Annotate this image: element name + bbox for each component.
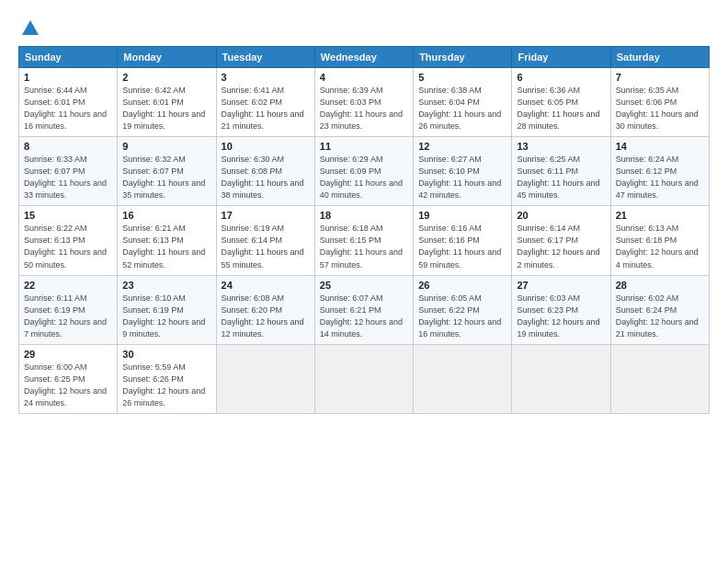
day-detail: Sunrise: 6:44 AMSunset: 6:01 PMDaylight:… [24,86,107,131]
day-number: 10 [222,141,310,152]
calendar-cell: 4 Sunrise: 6:39 AMSunset: 6:03 PMDayligh… [314,68,413,137]
col-header-thursday: Thursday [414,47,512,68]
calendar-cell: 18 Sunrise: 6:18 AMSunset: 6:15 PMDaylig… [314,206,413,275]
day-number: 25 [320,280,408,291]
day-number: 21 [616,210,704,221]
day-detail: Sunrise: 6:36 AMSunset: 6:05 PMDaylight:… [517,86,599,131]
day-number: 23 [122,280,210,291]
day-number: 11 [320,141,408,152]
calendar-cell: 14 Sunrise: 6:24 AMSunset: 6:12 PMDaylig… [610,137,709,206]
day-detail: Sunrise: 6:39 AMSunset: 6:03 PMDaylight:… [320,86,403,131]
day-detail: Sunrise: 6:14 AMSunset: 6:17 PMDaylight:… [517,224,599,269]
day-number: 12 [418,141,506,152]
calendar-cell: 5 Sunrise: 6:38 AMSunset: 6:04 PMDayligh… [414,68,512,137]
day-number: 8 [24,141,112,152]
calendar-cell: 19 Sunrise: 6:16 AMSunset: 6:16 PMDaylig… [414,206,512,275]
calendar-cell: 7 Sunrise: 6:35 AMSunset: 6:06 PMDayligh… [610,68,709,137]
day-number: 17 [222,210,310,221]
day-detail: Sunrise: 6:25 AMSunset: 6:11 PMDaylight:… [517,155,599,200]
calendar-cell: 17 Sunrise: 6:19 AMSunset: 6:14 PMDaylig… [216,206,314,275]
day-detail: Sunrise: 6:32 AMSunset: 6:07 PMDaylight:… [122,155,205,200]
day-number: 28 [616,280,704,291]
calendar-cell [216,344,314,413]
calendar-cell: 2 Sunrise: 6:42 AMSunset: 6:01 PMDayligh… [118,68,216,137]
svg-marker-0 [22,20,39,35]
day-number: 22 [24,280,112,291]
calendar-cell: 22 Sunrise: 6:11 AMSunset: 6:19 PMDaylig… [19,275,118,344]
calendar-cell [314,344,413,413]
calendar-table: SundayMondayTuesdayWednesdayThursdayFrid… [18,46,710,414]
calendar-cell: 12 Sunrise: 6:27 AMSunset: 6:10 PMDaylig… [414,137,512,206]
day-number: 18 [320,210,408,221]
calendar-cell: 25 Sunrise: 6:07 AMSunset: 6:21 PMDaylig… [314,275,413,344]
calendar-cell: 10 Sunrise: 6:30 AMSunset: 6:08 PMDaylig… [216,137,314,206]
calendar-cell: 15 Sunrise: 6:22 AMSunset: 6:13 PMDaylig… [19,206,118,275]
day-number: 5 [418,72,506,83]
calendar-cell: 16 Sunrise: 6:21 AMSunset: 6:13 PMDaylig… [118,206,216,275]
day-detail: Sunrise: 6:38 AMSunset: 6:04 PMDaylight:… [418,86,501,131]
col-header-tuesday: Tuesday [216,47,314,68]
day-number: 14 [616,141,704,152]
col-header-monday: Monday [118,47,216,68]
day-number: 29 [24,349,112,360]
calendar-cell [512,344,610,413]
day-number: 3 [222,72,310,83]
col-header-sunday: Sunday [19,47,118,68]
day-detail: Sunrise: 6:30 AMSunset: 6:08 PMDaylight:… [222,155,304,200]
calendar-cell: 21 Sunrise: 6:13 AMSunset: 6:18 PMDaylig… [610,206,709,275]
day-number: 4 [320,72,408,83]
calendar-cell [414,344,512,413]
col-header-wednesday: Wednesday [314,47,413,68]
page: SundayMondayTuesdayWednesdayThursdayFrid… [0,0,728,423]
calendar-cell: 30 Sunrise: 5:59 AMSunset: 6:26 PMDaylig… [118,344,216,413]
day-detail: Sunrise: 6:10 AMSunset: 6:19 PMDaylight:… [122,293,205,339]
day-detail: Sunrise: 6:08 AMSunset: 6:20 PMDaylight:… [222,293,304,339]
day-number: 26 [418,280,506,291]
day-detail: Sunrise: 6:18 AMSunset: 6:15 PMDaylight:… [320,224,403,269]
col-header-friday: Friday [512,47,610,68]
day-detail: Sunrise: 6:13 AMSunset: 6:18 PMDaylight:… [616,224,699,269]
day-number: 7 [616,72,704,83]
calendar-cell: 1 Sunrise: 6:44 AMSunset: 6:01 PMDayligh… [19,68,118,137]
day-detail: Sunrise: 6:41 AMSunset: 6:02 PMDaylight:… [222,86,304,131]
calendar-cell: 13 Sunrise: 6:25 AMSunset: 6:11 PMDaylig… [512,137,610,206]
day-detail: Sunrise: 6:16 AMSunset: 6:16 PMDaylight:… [418,224,501,269]
day-detail: Sunrise: 6:27 AMSunset: 6:10 PMDaylight:… [418,155,501,200]
day-number: 30 [122,349,210,360]
calendar-cell [610,344,709,413]
day-number: 15 [24,210,112,221]
calendar-cell: 20 Sunrise: 6:14 AMSunset: 6:17 PMDaylig… [512,206,610,275]
day-number: 9 [122,141,210,152]
day-detail: Sunrise: 6:19 AMSunset: 6:14 PMDaylight:… [222,224,304,269]
calendar-cell: 9 Sunrise: 6:32 AMSunset: 6:07 PMDayligh… [118,137,216,206]
day-number: 27 [517,280,605,291]
day-detail: Sunrise: 6:42 AMSunset: 6:01 PMDaylight:… [122,86,205,131]
day-number: 13 [517,141,605,152]
day-detail: Sunrise: 6:21 AMSunset: 6:13 PMDaylight:… [122,224,205,269]
day-number: 16 [122,210,210,221]
calendar-cell: 11 Sunrise: 6:29 AMSunset: 6:09 PMDaylig… [314,137,413,206]
day-number: 2 [122,72,210,83]
calendar-cell: 8 Sunrise: 6:33 AMSunset: 6:07 PMDayligh… [19,137,118,206]
calendar-cell: 3 Sunrise: 6:41 AMSunset: 6:02 PMDayligh… [216,68,314,137]
day-detail: Sunrise: 6:02 AMSunset: 6:24 PMDaylight:… [616,293,699,339]
day-detail: Sunrise: 6:05 AMSunset: 6:22 PMDaylight:… [418,293,501,339]
logo [18,18,40,39]
logo-icon [20,18,40,39]
calendar-cell: 28 Sunrise: 6:02 AMSunset: 6:24 PMDaylig… [610,275,709,344]
day-detail: Sunrise: 6:24 AMSunset: 6:12 PMDaylight:… [616,155,699,200]
day-number: 6 [517,72,605,83]
calendar-cell: 24 Sunrise: 6:08 AMSunset: 6:20 PMDaylig… [216,275,314,344]
day-number: 24 [222,280,310,291]
day-detail: Sunrise: 6:03 AMSunset: 6:23 PMDaylight:… [517,293,599,339]
col-header-saturday: Saturday [610,47,709,68]
day-number: 20 [517,210,605,221]
day-number: 1 [24,72,112,83]
calendar-cell: 6 Sunrise: 6:36 AMSunset: 6:05 PMDayligh… [512,68,610,137]
calendar-cell: 27 Sunrise: 6:03 AMSunset: 6:23 PMDaylig… [512,275,610,344]
day-number: 19 [418,210,506,221]
day-detail: Sunrise: 6:07 AMSunset: 6:21 PMDaylight:… [320,293,403,339]
day-detail: Sunrise: 6:35 AMSunset: 6:06 PMDaylight:… [616,86,699,131]
day-detail: Sunrise: 6:00 AMSunset: 6:25 PMDaylight:… [24,362,107,408]
calendar-cell: 23 Sunrise: 6:10 AMSunset: 6:19 PMDaylig… [118,275,216,344]
